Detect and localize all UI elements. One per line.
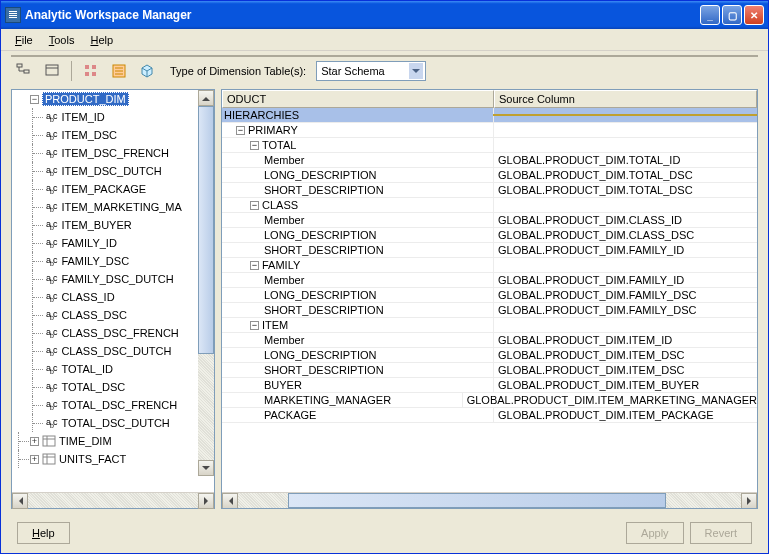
- grid-cell-label: SHORT_DESCRIPTION: [264, 244, 384, 256]
- scroll-right-icon[interactable]: [198, 493, 214, 509]
- grid-cell-label: PACKAGE: [264, 409, 316, 421]
- tree-leaf[interactable]: abc ITEM_DSC_FRENCH: [12, 144, 214, 162]
- scroll-thumb[interactable]: [198, 106, 214, 354]
- svg-rect-15: [43, 454, 55, 464]
- grid-cell-label: Member: [264, 274, 304, 286]
- tree-leaf[interactable]: abc FAMILY_ID: [12, 234, 214, 252]
- menu-help[interactable]: Help: [84, 32, 119, 48]
- tree-leaf[interactable]: abc CLASS_DSC_FRENCH: [12, 324, 214, 342]
- grid-col2-header[interactable]: Source Column: [494, 90, 757, 108]
- grid-col1-header[interactable]: ODUCT: [222, 90, 494, 108]
- tb-grid-icon[interactable]: [80, 60, 102, 82]
- grid-row[interactable]: LONG_DESCRIPTIONGLOBAL.PRODUCT_DIM.ITEM_…: [222, 348, 757, 363]
- grid-row[interactable]: SHORT_DESCRIPTIONGLOBAL.PRODUCT_DIM.TOTA…: [222, 183, 757, 198]
- grid-row[interactable]: −PRIMARY: [222, 123, 757, 138]
- grid-row[interactable]: HIERARCHIES: [222, 108, 757, 123]
- grid-cell-value: GLOBAL.PRODUCT_DIM.CLASS_ID: [498, 214, 682, 226]
- collapse-icon[interactable]: −: [30, 95, 39, 104]
- grid-body[interactable]: HIERARCHIES−PRIMARY−TOTALMemberGLOBAL.PR…: [222, 108, 757, 492]
- menu-tools[interactable]: Tools: [43, 32, 81, 48]
- grid-row[interactable]: MemberGLOBAL.PRODUCT_DIM.TOTAL_ID: [222, 153, 757, 168]
- tree-scroll[interactable]: −PRODUCT_DIMabc ITEM_IDabc ITEM_DSCabc I…: [12, 90, 214, 492]
- tree-leaf[interactable]: abc ITEM_BUYER: [12, 216, 214, 234]
- grid-cell-label: SHORT_DESCRIPTION: [264, 184, 384, 196]
- grid-cell-value: GLOBAL.PRODUCT_DIM.ITEM_PACKAGE: [498, 409, 714, 421]
- scroll-left-icon[interactable]: [12, 493, 28, 509]
- maximize-button[interactable]: ▢: [722, 5, 742, 25]
- grid-cell-value: GLOBAL.PRODUCT_DIM.FAMILY_ID: [498, 244, 684, 256]
- scroll-up-icon[interactable]: [198, 90, 214, 106]
- revert-button[interactable]: Revert: [690, 522, 752, 544]
- tb-list-icon[interactable]: [108, 60, 130, 82]
- scroll-right-icon[interactable]: [741, 493, 757, 509]
- grid-row[interactable]: LONG_DESCRIPTIONGLOBAL.PRODUCT_DIM.FAMIL…: [222, 288, 757, 303]
- tree-leaf[interactable]: abc ITEM_PACKAGE: [12, 180, 214, 198]
- tree-hscrollbar[interactable]: [12, 492, 214, 508]
- tree-leaf[interactable]: abc TOTAL_ID: [12, 360, 214, 378]
- scroll-down-icon[interactable]: [198, 460, 214, 476]
- tree-leaf[interactable]: abc FAMILY_DSC_DUTCH: [12, 270, 214, 288]
- column-icon: abc: [46, 183, 56, 195]
- column-icon: abc: [46, 381, 56, 393]
- tree-node[interactable]: + UNITS_FACT: [12, 450, 214, 468]
- grid-row[interactable]: BUYERGLOBAL.PRODUCT_DIM.ITEM_BUYER: [222, 378, 757, 393]
- grid-cell-value: GLOBAL.PRODUCT_DIM.ITEM_BUYER: [498, 379, 699, 391]
- tree-node[interactable]: + TIME_DIM: [12, 432, 214, 450]
- scroll-left-icon[interactable]: [222, 493, 238, 509]
- grid-panel: ODUCT Source Column HIERARCHIES−PRIMARY−…: [221, 89, 758, 509]
- grid-row[interactable]: −ITEM: [222, 318, 757, 333]
- tree-leaf[interactable]: abc ITEM_DSC: [12, 126, 214, 144]
- column-icon: abc: [46, 363, 56, 375]
- collapse-icon[interactable]: −: [236, 126, 245, 135]
- tree-vscrollbar[interactable]: [198, 90, 214, 476]
- grid-hscrollbar[interactable]: [222, 492, 757, 508]
- grid-row[interactable]: −TOTAL: [222, 138, 757, 153]
- help-button[interactable]: Help: [17, 522, 70, 544]
- tree-leaf[interactable]: abc TOTAL_DSC: [12, 378, 214, 396]
- grid-row[interactable]: MemberGLOBAL.PRODUCT_DIM.FAMILY_ID: [222, 273, 757, 288]
- grid-row[interactable]: MemberGLOBAL.PRODUCT_DIM.ITEM_ID: [222, 333, 757, 348]
- tree-leaf[interactable]: abc CLASS_DSC_DUTCH: [12, 342, 214, 360]
- tree-node-product-dim[interactable]: −PRODUCT_DIM: [12, 90, 214, 108]
- grid-cell-label: MARKETING_MANAGER: [264, 394, 391, 406]
- menu-file[interactable]: File: [9, 32, 39, 48]
- column-icon: abc: [46, 219, 56, 231]
- collapse-icon[interactable]: −: [250, 201, 259, 210]
- tree-leaf[interactable]: abc ITEM_ID: [12, 108, 214, 126]
- collapse-icon[interactable]: −: [250, 261, 259, 270]
- grid-row[interactable]: SHORT_DESCRIPTIONGLOBAL.PRODUCT_DIM.FAMI…: [222, 243, 757, 258]
- grid-row[interactable]: SHORT_DESCRIPTIONGLOBAL.PRODUCT_DIM.FAMI…: [222, 303, 757, 318]
- grid-row[interactable]: LONG_DESCRIPTIONGLOBAL.PRODUCT_DIM.CLASS…: [222, 228, 757, 243]
- tb-window-icon[interactable]: [41, 60, 63, 82]
- collapse-icon[interactable]: −: [250, 321, 259, 330]
- grid-row[interactable]: SHORT_DESCRIPTIONGLOBAL.PRODUCT_DIM.ITEM…: [222, 363, 757, 378]
- grid-row[interactable]: −CLASS: [222, 198, 757, 213]
- tree-leaf[interactable]: abc TOTAL_DSC_DUTCH: [12, 414, 214, 432]
- expand-icon[interactable]: +: [30, 455, 39, 464]
- tb-tree-icon[interactable]: [13, 60, 35, 82]
- grid-row[interactable]: LONG_DESCRIPTIONGLOBAL.PRODUCT_DIM.TOTAL…: [222, 168, 757, 183]
- svg-rect-7: [92, 72, 96, 76]
- apply-button[interactable]: Apply: [626, 522, 684, 544]
- titlebar[interactable]: Analytic Workspace Manager _ ▢ ✕: [1, 1, 768, 29]
- grid-row[interactable]: PACKAGEGLOBAL.PRODUCT_DIM.ITEM_PACKAGE: [222, 408, 757, 423]
- dim-table-combo[interactable]: Star Schema: [316, 61, 426, 81]
- grid-row[interactable]: −FAMILY: [222, 258, 757, 273]
- tree-leaf[interactable]: abc CLASS_DSC: [12, 306, 214, 324]
- grid-row[interactable]: MARKETING_MANAGERGLOBAL.PRODUCT_DIM.ITEM…: [222, 393, 757, 408]
- tree-leaf[interactable]: abc ITEM_MARKETING_MA: [12, 198, 214, 216]
- grid-cell-value: GLOBAL.PRODUCT_DIM.FAMILY_ID: [498, 274, 684, 286]
- tree-leaf[interactable]: abc CLASS_ID: [12, 288, 214, 306]
- grid-cell-label: SHORT_DESCRIPTION: [264, 364, 384, 376]
- minimize-button[interactable]: _: [700, 5, 720, 25]
- tree-leaf[interactable]: abc TOTAL_DSC_FRENCH: [12, 396, 214, 414]
- svg-rect-4: [85, 65, 89, 69]
- scroll-thumb[interactable]: [288, 493, 665, 508]
- tb-cube-icon[interactable]: [136, 60, 158, 82]
- close-button[interactable]: ✕: [744, 5, 764, 25]
- tree-leaf[interactable]: abc ITEM_DSC_DUTCH: [12, 162, 214, 180]
- collapse-icon[interactable]: −: [250, 141, 259, 150]
- grid-row[interactable]: MemberGLOBAL.PRODUCT_DIM.CLASS_ID: [222, 213, 757, 228]
- tree-leaf[interactable]: abc FAMILY_DSC: [12, 252, 214, 270]
- expand-icon[interactable]: +: [30, 437, 39, 446]
